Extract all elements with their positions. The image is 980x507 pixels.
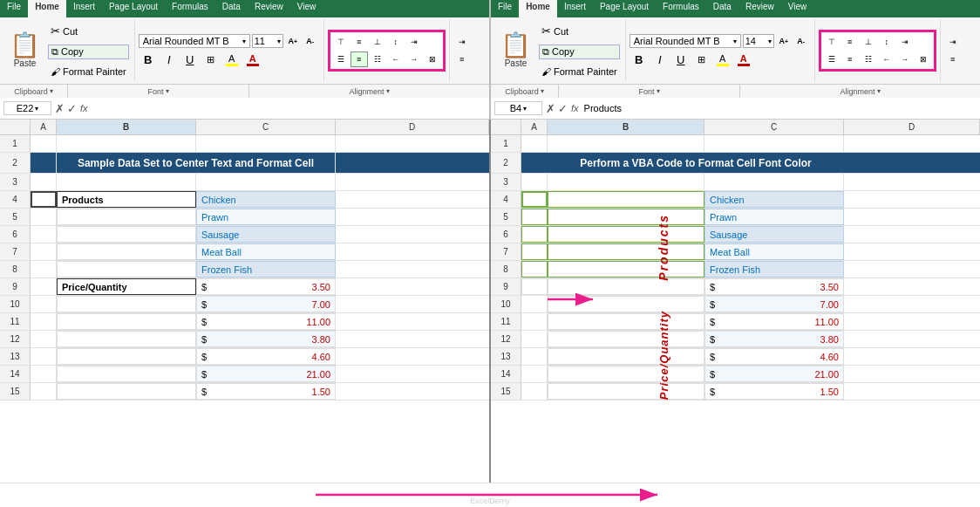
left-r7-d[interactable] <box>336 243 489 260</box>
confirm-formula-right-icon[interactable]: ✓ <box>558 102 568 115</box>
left-r1-a[interactable] <box>31 135 57 152</box>
confirm-formula-icon[interactable]: ✓ <box>67 102 77 115</box>
right-r4-c[interactable]: Chicken <box>704 191 844 208</box>
align-center-button-right[interactable]: ≡ <box>841 51 859 67</box>
text-direction-button-right[interactable]: ↕ <box>878 34 895 50</box>
tab-insert[interactable]: Insert <box>66 0 102 17</box>
align-left-button[interactable]: ☰ <box>332 51 350 67</box>
underline-button-right[interactable]: U <box>671 51 691 68</box>
left-r2-d[interactable] <box>336 153 489 173</box>
indent-decrease-button-right[interactable]: ← <box>878 51 895 67</box>
left-formula-input[interactable] <box>92 102 486 114</box>
increase-font-button[interactable]: A+ <box>285 33 301 49</box>
left-r7-b[interactable] <box>57 243 196 260</box>
border-button-right[interactable]: ⊞ <box>692 51 711 68</box>
tab-file[interactable]: File <box>0 0 28 17</box>
left-r3-b[interactable] <box>57 174 196 190</box>
left-r9-a[interactable] <box>31 278 57 295</box>
left-r5-a[interactable] <box>31 209 57 225</box>
right-tab-formulas[interactable]: Formulas <box>656 0 706 17</box>
font-size-dropdown[interactable]: 11 ▾ <box>252 34 283 48</box>
fill-color-button[interactable]: A <box>222 51 242 68</box>
left-r8-c[interactable]: Frozen Fish <box>196 261 336 277</box>
wrap-text-button-right[interactable]: ⇥ <box>896 34 914 50</box>
left-r4-c[interactable]: Chicken <box>196 191 336 208</box>
left-r4-d[interactable] <box>336 191 489 208</box>
left-r6-c[interactable]: Sausage <box>196 226 336 243</box>
left-r2-a[interactable] <box>31 153 57 173</box>
format-painter-button[interactable]: 🖌 Format Painter <box>48 65 129 78</box>
tab-pagelayout[interactable]: Page Layout <box>102 0 165 17</box>
align-bottom-button-right[interactable]: ⊥ <box>860 34 877 50</box>
align-right-button[interactable]: ☷ <box>369 51 386 67</box>
align-top-button-right[interactable]: ⊤ <box>823 34 840 50</box>
tab-formulas[interactable]: Formulas <box>165 0 215 17</box>
left-r9-c[interactable]: $ 3.50 <box>196 278 336 295</box>
decrease-font-button-right[interactable]: A- <box>793 33 809 49</box>
italic-button[interactable]: I <box>160 51 179 68</box>
right-tab-insert[interactable]: Insert <box>557 0 593 17</box>
font-name-dropdown-right[interactable]: Arial Rounded MT B ▾ <box>630 34 741 48</box>
right-col-c-header[interactable]: C <box>704 120 844 134</box>
right-col-a-header[interactable]: A <box>521 120 548 134</box>
left-r6-d[interactable] <box>336 226 489 243</box>
align-top-button[interactable]: ⊤ <box>332 34 350 50</box>
bold-button-right[interactable]: B <box>630 51 649 68</box>
wrap-left-btn[interactable]: ⇥ <box>453 34 471 50</box>
align-left-button-right[interactable]: ☰ <box>823 51 840 67</box>
left-r4-a[interactable] <box>31 191 57 208</box>
left-r1-c[interactable] <box>196 135 336 152</box>
extra-align-right-btn[interactable]: ≡ <box>944 51 962 67</box>
text-direction-button[interactable]: ↕ <box>387 34 405 50</box>
left-r3-d[interactable] <box>336 174 489 190</box>
align-right-button-right[interactable]: ☷ <box>860 51 877 67</box>
right-formula-input[interactable] <box>582 102 977 114</box>
format-painter-button-right[interactable]: 🖌 Format Painter <box>539 65 620 78</box>
left-col-a-header[interactable]: A <box>31 120 57 134</box>
decrease-font-button[interactable]: A- <box>303 33 318 49</box>
left-col-d-header[interactable]: D <box>336 120 489 134</box>
align-center-button[interactable]: ≡ <box>350 51 368 67</box>
font-name-dropdown[interactable]: Arial Rounded MT B ▾ <box>139 34 250 48</box>
merge-center-button[interactable]: ⊠ <box>424 51 441 67</box>
align-middle-button[interactable]: ≡ <box>350 34 368 50</box>
right-clipboard-expand[interactable]: ▾ <box>541 87 544 95</box>
paste-button[interactable]: 📋 Paste <box>3 19 46 82</box>
wrap-text-button[interactable]: ⇥ <box>405 34 423 50</box>
right-tab-file[interactable]: File <box>491 0 519 17</box>
paste-button-right[interactable]: 📋 Paste <box>494 19 537 82</box>
indent-decrease-button[interactable]: ← <box>387 51 405 67</box>
font-color-button[interactable]: A <box>243 51 262 68</box>
font-color-button-right[interactable]: A <box>734 51 753 68</box>
wrap-right-btn[interactable]: ⇥ <box>944 34 962 50</box>
left-r8-d[interactable] <box>336 261 489 277</box>
font-size-dropdown-right[interactable]: 14 ▾ <box>743 34 774 48</box>
cut-button-right[interactable]: ✂ Cut <box>539 24 620 38</box>
right-title-cell[interactable]: Perform a VBA Code to Format Cell Font C… <box>548 153 844 173</box>
cancel-formula-right-icon[interactable]: ✗ <box>546 102 555 115</box>
indent-increase-button[interactable]: → <box>405 51 423 67</box>
right-alignment-expand[interactable]: ▾ <box>877 87 881 95</box>
left-r7-a[interactable] <box>31 243 57 260</box>
border-button[interactable]: ⊞ <box>201 51 221 68</box>
left-col-b-header[interactable]: B <box>57 120 196 134</box>
left-r1-d[interactable] <box>336 135 489 152</box>
underline-button[interactable]: U <box>180 51 200 68</box>
right-col-d-header[interactable]: D <box>844 120 980 134</box>
increase-font-button-right[interactable]: A+ <box>776 33 792 49</box>
left-r3-a[interactable] <box>31 174 57 190</box>
font-expand-icon[interactable]: ▾ <box>166 87 169 95</box>
merge-center-button-right[interactable]: ⊠ <box>915 51 932 67</box>
left-r1-b[interactable] <box>57 135 196 152</box>
clipboard-expand-icon[interactable]: ▾ <box>50 87 53 95</box>
extra-align-btn[interactable]: ≡ <box>453 51 471 67</box>
cut-button[interactable]: ✂ Cut <box>48 24 129 38</box>
left-name-box[interactable]: E22 ▾ <box>3 101 51 115</box>
right-tab-pagelayout[interactable]: Page Layout <box>593 0 656 17</box>
left-r5-c[interactable]: Prawn <box>196 209 336 225</box>
tab-data[interactable]: Data <box>215 0 248 17</box>
fill-color-button-right[interactable]: A <box>713 51 732 68</box>
right-col-b-header[interactable]: B <box>548 120 704 134</box>
copy-button[interactable]: ⧉ Copy <box>48 45 129 59</box>
copy-button-right[interactable]: ⧉ Copy <box>539 45 620 59</box>
